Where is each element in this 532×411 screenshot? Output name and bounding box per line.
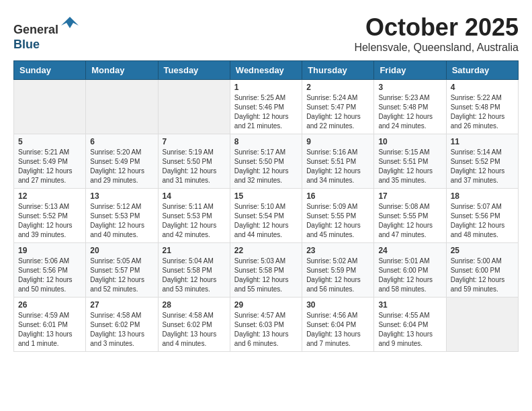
day-number: 22 — [234, 246, 298, 255]
day-info: Sunrise: 5:17 AM Sunset: 5:50 PM Dayligh… — [234, 148, 298, 185]
calendar-day-8: 8Sunrise: 5:17 AM Sunset: 5:50 PM Daylig… — [230, 134, 302, 189]
day-number: 21 — [163, 246, 226, 255]
day-number: 15 — [234, 191, 298, 201]
weekday-header-sunday: Sunday — [14, 61, 86, 80]
day-info: Sunrise: 5:24 AM Sunset: 5:47 PM Dayligh… — [306, 93, 369, 131]
logo: General Blue — [13, 13, 80, 52]
calendar-day-9: 9Sunrise: 5:16 AM Sunset: 5:51 PM Daylig… — [302, 134, 374, 189]
day-number: 2 — [306, 83, 369, 92]
day-number: 20 — [90, 246, 153, 255]
calendar-week-row: 26Sunrise: 4:59 AM Sunset: 6:01 PM Dayli… — [14, 298, 519, 352]
day-info: Sunrise: 5:14 AM Sunset: 5:52 PM Dayligh… — [451, 148, 514, 185]
day-info: Sunrise: 4:59 AM Sunset: 6:01 PM Dayligh… — [18, 311, 81, 349]
calendar-day-6: 6Sunrise: 5:20 AM Sunset: 5:49 PM Daylig… — [86, 134, 158, 189]
calendar-day-16: 16Sunrise: 5:09 AM Sunset: 5:55 PM Dayli… — [302, 189, 374, 243]
calendar-day-31: 31Sunrise: 4:55 AM Sunset: 6:04 PM Dayli… — [374, 298, 446, 352]
day-number: 30 — [306, 300, 369, 310]
calendar-day-3: 3Sunrise: 5:23 AM Sunset: 5:48 PM Daylig… — [374, 80, 446, 134]
day-number: 5 — [18, 137, 81, 146]
day-info: Sunrise: 4:58 AM Sunset: 6:02 PM Dayligh… — [163, 311, 226, 349]
calendar-day-29: 29Sunrise: 4:57 AM Sunset: 6:03 PM Dayli… — [230, 298, 302, 352]
day-number: 7 — [163, 137, 226, 146]
day-info: Sunrise: 5:20 AM Sunset: 5:49 PM Dayligh… — [90, 148, 153, 185]
day-info: Sunrise: 5:16 AM Sunset: 5:51 PM Dayligh… — [306, 148, 369, 185]
day-number: 24 — [378, 246, 441, 255]
day-info: Sunrise: 5:13 AM Sunset: 5:52 PM Dayligh… — [18, 202, 81, 240]
day-info: Sunrise: 5:08 AM Sunset: 5:55 PM Dayligh… — [378, 202, 441, 240]
calendar-day-14: 14Sunrise: 5:11 AM Sunset: 5:53 PM Dayli… — [158, 189, 230, 243]
day-info: Sunrise: 5:12 AM Sunset: 5:53 PM Dayligh… — [90, 202, 153, 240]
calendar-day-2: 2Sunrise: 5:24 AM Sunset: 5:47 PM Daylig… — [302, 80, 374, 134]
title-block: October 2025 Helensvale, Queensland, Aus… — [354, 13, 519, 54]
calendar-week-row: 19Sunrise: 5:06 AM Sunset: 5:56 PM Dayli… — [14, 243, 519, 298]
day-number: 23 — [306, 246, 369, 255]
day-number: 13 — [90, 191, 153, 201]
calendar-day-4: 4Sunrise: 5:22 AM Sunset: 5:48 PM Daylig… — [446, 80, 518, 134]
day-info: Sunrise: 5:02 AM Sunset: 5:59 PM Dayligh… — [306, 257, 369, 294]
day-number: 10 — [378, 137, 441, 146]
calendar-subtitle: Helensvale, Queensland, Australia — [354, 42, 519, 54]
calendar-day-26: 26Sunrise: 4:59 AM Sunset: 6:01 PM Dayli… — [14, 298, 86, 352]
logo-bird-icon — [60, 13, 80, 34]
calendar-day-5: 5Sunrise: 5:21 AM Sunset: 5:49 PM Daylig… — [14, 134, 86, 189]
empty-day — [86, 80, 158, 134]
calendar-day-7: 7Sunrise: 5:19 AM Sunset: 5:50 PM Daylig… — [158, 134, 230, 189]
day-info: Sunrise: 4:56 AM Sunset: 6:04 PM Dayligh… — [306, 311, 369, 349]
day-info: Sunrise: 5:01 AM Sunset: 6:00 PM Dayligh… — [378, 257, 441, 294]
day-info: Sunrise: 4:58 AM Sunset: 6:02 PM Dayligh… — [90, 311, 153, 349]
calendar-day-21: 21Sunrise: 5:04 AM Sunset: 5:58 PM Dayli… — [158, 243, 230, 298]
calendar-day-10: 10Sunrise: 5:15 AM Sunset: 5:51 PM Dayli… — [374, 134, 446, 189]
calendar-day-23: 23Sunrise: 5:02 AM Sunset: 5:59 PM Dayli… — [302, 243, 374, 298]
calendar-table: SundayMondayTuesdayWednesdayThursdayFrid… — [13, 60, 519, 352]
logo-blue: Blue — [13, 38, 40, 51]
day-info: Sunrise: 5:22 AM Sunset: 5:48 PM Dayligh… — [451, 93, 514, 131]
calendar-day-22: 22Sunrise: 5:03 AM Sunset: 5:58 PM Dayli… — [230, 243, 302, 298]
day-number: 26 — [18, 300, 81, 310]
day-info: Sunrise: 5:19 AM Sunset: 5:50 PM Dayligh… — [163, 148, 226, 185]
day-number: 8 — [234, 137, 298, 146]
day-info: Sunrise: 5:23 AM Sunset: 5:48 PM Dayligh… — [378, 93, 441, 131]
day-info: Sunrise: 5:04 AM Sunset: 5:58 PM Dayligh… — [163, 257, 226, 294]
day-number: 6 — [90, 137, 153, 146]
day-info: Sunrise: 4:55 AM Sunset: 6:04 PM Dayligh… — [378, 311, 441, 349]
calendar-day-18: 18Sunrise: 5:07 AM Sunset: 5:56 PM Dayli… — [446, 189, 518, 243]
weekday-header-saturday: Saturday — [446, 61, 518, 80]
logo-general: General — [13, 23, 58, 36]
weekday-header-thursday: Thursday — [302, 61, 374, 80]
day-number: 9 — [306, 137, 369, 146]
day-number: 17 — [378, 191, 441, 201]
day-info: Sunrise: 5:00 AM Sunset: 6:00 PM Dayligh… — [451, 257, 514, 294]
day-info: Sunrise: 5:07 AM Sunset: 5:56 PM Dayligh… — [451, 202, 514, 240]
calendar-title: October 2025 — [354, 13, 519, 42]
day-number: 3 — [378, 83, 441, 92]
weekday-header-friday: Friday — [374, 61, 446, 80]
svg-marker-0 — [61, 17, 79, 28]
calendar-day-15: 15Sunrise: 5:10 AM Sunset: 5:54 PM Dayli… — [230, 189, 302, 243]
calendar-day-1: 1Sunrise: 5:25 AM Sunset: 5:46 PM Daylig… — [230, 80, 302, 134]
calendar-day-24: 24Sunrise: 5:01 AM Sunset: 6:00 PM Dayli… — [374, 243, 446, 298]
calendar-day-12: 12Sunrise: 5:13 AM Sunset: 5:52 PM Dayli… — [14, 189, 86, 243]
day-info: Sunrise: 4:57 AM Sunset: 6:03 PM Dayligh… — [234, 311, 298, 349]
empty-day — [446, 298, 518, 352]
calendar-week-row: 5Sunrise: 5:21 AM Sunset: 5:49 PM Daylig… — [14, 134, 519, 189]
calendar-week-row: 1Sunrise: 5:25 AM Sunset: 5:46 PM Daylig… — [14, 80, 519, 134]
calendar-day-11: 11Sunrise: 5:14 AM Sunset: 5:52 PM Dayli… — [446, 134, 518, 189]
day-info: Sunrise: 5:10 AM Sunset: 5:54 PM Dayligh… — [234, 202, 298, 240]
day-info: Sunrise: 5:11 AM Sunset: 5:53 PM Dayligh… — [163, 202, 226, 240]
calendar-day-13: 13Sunrise: 5:12 AM Sunset: 5:53 PM Dayli… — [86, 189, 158, 243]
day-info: Sunrise: 5:25 AM Sunset: 5:46 PM Dayligh… — [234, 93, 298, 131]
calendar-day-19: 19Sunrise: 5:06 AM Sunset: 5:56 PM Dayli… — [14, 243, 86, 298]
day-info: Sunrise: 5:06 AM Sunset: 5:56 PM Dayligh… — [18, 257, 81, 294]
calendar-day-28: 28Sunrise: 4:58 AM Sunset: 6:02 PM Dayli… — [158, 298, 230, 352]
day-number: 25 — [451, 246, 514, 255]
day-info: Sunrise: 5:05 AM Sunset: 5:57 PM Dayligh… — [90, 257, 153, 294]
day-number: 1 — [234, 83, 298, 92]
day-number: 19 — [18, 246, 81, 255]
day-info: Sunrise: 5:03 AM Sunset: 5:58 PM Dayligh… — [234, 257, 298, 294]
page-header: General Blue October 2025 Helensvale, Qu… — [13, 13, 519, 54]
day-number: 31 — [378, 300, 441, 310]
calendar-week-row: 12Sunrise: 5:13 AM Sunset: 5:52 PM Dayli… — [14, 189, 519, 243]
day-number: 12 — [18, 191, 81, 201]
day-info: Sunrise: 5:09 AM Sunset: 5:55 PM Dayligh… — [306, 202, 369, 240]
day-number: 28 — [163, 300, 226, 310]
